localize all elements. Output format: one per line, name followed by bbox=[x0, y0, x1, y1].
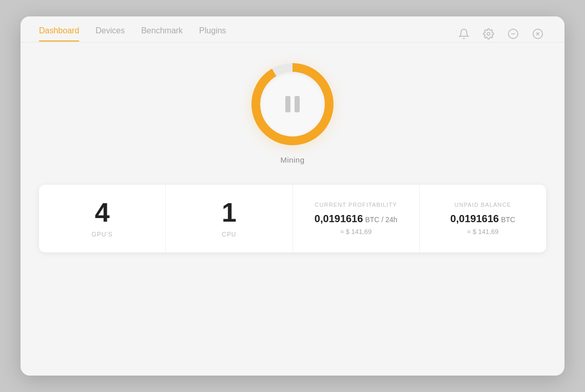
profitability-btc-value: 0,0191616BTC / 24h bbox=[315, 213, 398, 225]
profitability-section-label: CURRENT PROFITABILITY bbox=[315, 202, 397, 208]
close-icon bbox=[532, 28, 543, 40]
stat-gpus: 4 GPU'S bbox=[39, 185, 166, 252]
navbar: Dashboard Devices Benchmark Plugins bbox=[21, 16, 564, 42]
nav-benchmark[interactable]: Benchmark bbox=[141, 26, 183, 42]
cpu-count: 1 bbox=[222, 199, 237, 226]
mining-status-label: Mining bbox=[281, 155, 305, 164]
nav-devices[interactable]: Devices bbox=[95, 26, 125, 42]
gpu-count: 4 bbox=[95, 199, 110, 226]
stats-row: 4 GPU'S 1 CPU CURRENT PROFITABILITY 0,01… bbox=[39, 185, 546, 252]
mining-ring-inner bbox=[260, 72, 325, 136]
cpu-label: CPU bbox=[222, 231, 236, 238]
nav-links: Dashboard Devices Benchmark Plugins bbox=[39, 26, 226, 42]
app-window: Dashboard Devices Benchmark Plugins bbox=[21, 16, 564, 376]
unpaid-approx: ≈ $ 141,69 bbox=[467, 228, 498, 236]
stat-unpaid-balance: UNPAID BALANCE 0,0191616BTC ≈ $ 141,69 bbox=[420, 185, 546, 252]
mining-section: Mining bbox=[251, 63, 334, 164]
pause-bar-left bbox=[285, 96, 290, 112]
bell-icon-button[interactable] bbox=[456, 26, 472, 42]
bell-icon bbox=[458, 28, 470, 40]
main-content: Mining 4 GPU'S 1 CPU CURRENT PROFITABILI… bbox=[21, 43, 564, 376]
minimize-icon bbox=[508, 28, 519, 40]
gear-icon bbox=[483, 28, 494, 40]
mining-ring-button[interactable] bbox=[251, 63, 334, 145]
unpaid-btc-value: 0,0191616BTC bbox=[451, 213, 516, 225]
nav-dashboard[interactable]: Dashboard bbox=[39, 26, 79, 42]
pause-icon bbox=[285, 96, 300, 112]
pause-bar-right bbox=[295, 96, 300, 112]
gear-icon-button[interactable] bbox=[480, 26, 497, 42]
svg-point-0 bbox=[487, 32, 490, 35]
gpu-label: GPU'S bbox=[92, 231, 113, 238]
close-icon-button[interactable] bbox=[530, 26, 546, 42]
nav-icons bbox=[456, 26, 546, 42]
stat-cpu: 1 CPU bbox=[166, 185, 292, 252]
stat-profitability: CURRENT PROFITABILITY 0,0191616BTC / 24h… bbox=[293, 185, 420, 252]
profitability-approx: ≈ $ 141,69 bbox=[340, 228, 372, 236]
mining-button-wrap[interactable] bbox=[251, 63, 334, 145]
nav-plugins[interactable]: Plugins bbox=[199, 26, 226, 42]
minimize-icon-button[interactable] bbox=[505, 26, 521, 42]
unpaid-section-label: UNPAID BALANCE bbox=[455, 202, 512, 208]
